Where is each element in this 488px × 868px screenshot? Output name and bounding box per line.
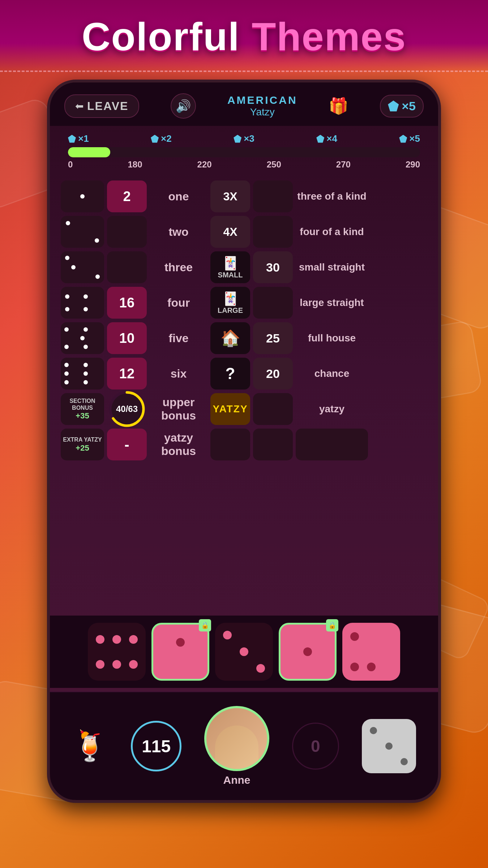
action-chance[interactable]: ?: [210, 358, 250, 390]
dice-three: [61, 251, 104, 283]
table-row: three 🃏 SMALL 30 small straight: [61, 251, 427, 283]
label-full-house: full house: [296, 322, 368, 354]
game-subtitle: Yatzy: [227, 106, 297, 118]
leave-button[interactable]: ⬅ LEAVE: [64, 94, 139, 118]
score-four-kind[interactable]: [253, 216, 293, 248]
leave-icon: ⬅: [75, 100, 84, 112]
table-row: 12 six ? 20 chance: [61, 358, 427, 390]
die-5[interactable]: [342, 623, 400, 681]
bonus-row: SECTION BONUS +35 40/63 upper bonus: [61, 393, 427, 425]
dice-two: [61, 216, 104, 248]
milestone-2: ×2: [151, 133, 172, 144]
other-score: 0: [292, 723, 339, 770]
leave-label: LEAVE: [87, 99, 128, 113]
progress-180: 180: [128, 159, 142, 170]
gem-icon: [388, 101, 399, 111]
dice-four: [61, 287, 104, 319]
progress-250: 250: [267, 159, 281, 170]
milestone-4: ×4: [316, 133, 337, 144]
score-three[interactable]: [107, 251, 147, 283]
score-chance[interactable]: 20: [253, 358, 293, 390]
progress-zero: 0: [68, 159, 73, 170]
score-six[interactable]: 12: [107, 358, 147, 390]
gem-count-text: ×5: [402, 99, 416, 113]
action-small[interactable]: 🃏 SMALL: [210, 251, 250, 283]
progress-270: 270: [336, 159, 351, 170]
label-two: two: [150, 216, 207, 248]
score-three-kind[interactable]: [253, 180, 293, 212]
label-four-kind: four of a kind: [296, 216, 368, 248]
empty-extra-2: [253, 429, 293, 460]
progress-circle-container: 40/63: [107, 393, 147, 425]
score-four[interactable]: 16: [107, 287, 147, 319]
roll-die[interactable]: [362, 719, 416, 773]
label-upper-bonus: upper bonus: [150, 393, 207, 425]
score-five[interactable]: 10: [107, 322, 147, 354]
progress-290: 290: [406, 159, 420, 170]
label-five: five: [150, 322, 207, 354]
label-three-kind: three of a kind: [296, 180, 368, 212]
yatzy-bonus-score[interactable]: -: [107, 429, 147, 460]
action-4x[interactable]: 4X: [210, 216, 250, 248]
die-2[interactable]: 🔒: [151, 623, 209, 681]
score-yatzy[interactable]: [253, 393, 293, 425]
label-three: three: [150, 251, 207, 283]
sound-button[interactable]: 🔊: [171, 93, 196, 119]
label-four: four: [150, 287, 207, 319]
score-two[interactable]: [107, 216, 147, 248]
table-row: two 4X four of a kind: [61, 216, 427, 248]
milestone-5: ×5: [399, 133, 420, 144]
action-3x[interactable]: 3X: [210, 180, 250, 212]
drink-icon: 🍹: [72, 729, 108, 763]
table-row: 16 four 🃏 LARGE large straight: [61, 287, 427, 319]
action-yatzy[interactable]: YATZY: [210, 393, 250, 425]
die-4[interactable]: 🔒: [279, 623, 337, 681]
label-one: one: [150, 180, 207, 212]
score-small-straight[interactable]: 30: [253, 251, 293, 283]
label-yatzy: yatzy: [296, 393, 368, 425]
table-row: 10 five 🏠 25 full house: [61, 322, 427, 354]
empty-extra-3: [296, 429, 368, 460]
gift-button[interactable]: 🎁: [329, 97, 348, 115]
game-name: AMERICAN: [227, 94, 297, 106]
label-yatzy-bonus: yatzy bonus: [150, 429, 207, 460]
section-bonus: SECTION BONUS +35: [61, 393, 104, 425]
extra-yatzy-row: EXTRA YATZY +25 - yatzy bonus: [61, 429, 427, 460]
extra-yatzy: EXTRA YATZY +25: [61, 429, 104, 460]
label-large-straight: large straight: [296, 287, 368, 319]
progress-220: 220: [197, 159, 212, 170]
score-full-house[interactable]: 25: [253, 322, 293, 354]
dice-one: [61, 180, 104, 212]
action-house[interactable]: 🏠: [210, 322, 250, 354]
die-1[interactable]: [88, 623, 146, 681]
page-title: Colorful Themes: [82, 13, 406, 59]
sound-icon: 🔊: [176, 99, 191, 113]
dice-five: [61, 322, 104, 354]
empty-extra-1: [210, 429, 250, 460]
label-six: six: [150, 358, 207, 390]
label-chance: chance: [296, 358, 368, 390]
player-name: Anne: [223, 774, 250, 786]
lock-icon-4: 🔒: [326, 619, 338, 631]
score-one[interactable]: 2: [107, 180, 147, 212]
player-avatar-container[interactable]: Anne: [204, 706, 269, 786]
dice-six: [61, 358, 104, 390]
gem-counter: ×5: [380, 95, 424, 118]
score-large-straight[interactable]: [253, 287, 293, 319]
action-large[interactable]: 🃏 LARGE: [210, 287, 250, 319]
milestone-1: ×1: [68, 133, 89, 144]
milestone-3: ×3: [234, 133, 254, 144]
progress-bar: [68, 147, 420, 157]
lock-icon-2: 🔒: [199, 619, 211, 631]
label-small-straight: small straight: [296, 251, 368, 283]
table-row: 2 one 3X three of a kind: [61, 180, 427, 212]
player-score-badge: 115: [131, 721, 181, 771]
die-3[interactable]: [215, 623, 273, 681]
